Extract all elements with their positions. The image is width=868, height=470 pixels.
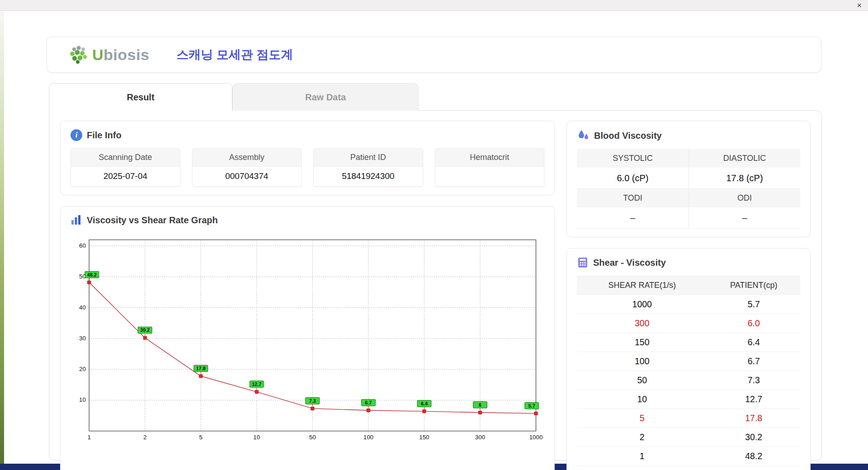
field-label: Scanning Date	[71, 149, 180, 167]
svg-text:7.3: 7.3	[309, 398, 316, 404]
field-value: 000704374	[193, 167, 302, 186]
patient-cell: 5.7	[707, 295, 800, 314]
file-info-title-text: File Info	[87, 130, 122, 141]
svg-text:10: 10	[79, 397, 86, 404]
shear-rate-cell: 2	[577, 428, 707, 447]
window-close-button[interactable]: ×	[857, 0, 862, 10]
viscosity-vs-shear-rate-chart: 1020304050601251050100150300100048.230.2…	[71, 233, 544, 444]
shear-table-header: PATIENT(cp)	[707, 276, 800, 295]
shear-rate-cell: 300	[577, 314, 707, 333]
desktop-edge-strip	[0, 11, 4, 464]
svg-text:60: 60	[79, 242, 86, 249]
blood-viscosity-grid: SYSTOLICDIASTOLIC6.0 (cP)17.8 (cP)TODIOD…	[577, 149, 800, 229]
shear-rate-cell: 1	[577, 447, 707, 466]
info-icon: i	[71, 129, 82, 141]
svg-text:30.2: 30.2	[140, 328, 150, 333]
logo-grape-icon	[69, 46, 90, 64]
svg-text:40: 40	[79, 304, 86, 311]
shear-table-row: 517.8	[577, 409, 800, 428]
shear-rate-cell: 50	[577, 371, 707, 390]
svg-text:48.2: 48.2	[87, 272, 97, 277]
svg-text:10: 10	[253, 434, 260, 441]
bv-value-odi: –	[689, 207, 800, 229]
shear-viscosity-card: Shear - Viscosity SHEAR RATE(1/s)PATIENT…	[566, 248, 811, 470]
svg-text:1: 1	[87, 434, 90, 441]
bv-value-systolic: 6.0 (cP)	[577, 168, 689, 189]
svg-text:300: 300	[475, 434, 485, 441]
tab-result[interactable]: Result	[49, 83, 232, 111]
shear-table-row: 1012.7	[577, 390, 800, 409]
svg-text:100: 100	[363, 434, 373, 441]
field-value: 51841924300	[314, 167, 423, 186]
viscosity-chart-container: 1020304050601251050100150300100048.230.2…	[71, 233, 544, 444]
patient-cell: 6.0	[707, 314, 800, 333]
field-value: 2025-07-04	[71, 167, 180, 186]
blood-viscosity-title: Blood Viscosity	[577, 129, 800, 142]
patient-cell: 6.4	[707, 333, 800, 352]
bar-chart-icon	[71, 215, 82, 226]
shear-table-row: 3006.0	[577, 314, 800, 333]
file-info-field-patient-id: Patient ID51841924300	[313, 148, 423, 187]
field-label: Assembly	[193, 149, 302, 167]
svg-text:12.7: 12.7	[252, 381, 261, 387]
field-label: Hematocrit	[435, 149, 544, 167]
bv-value-diastolic: 17.8 (cP)	[689, 168, 800, 189]
patient-cell: 12.7	[707, 390, 800, 409]
app-window: Ubiosis 스캐닝 모세관 점도계 Result Raw Data i Fi…	[4, 11, 868, 464]
patient-cell: 48.2	[707, 447, 800, 466]
svg-text:6: 6	[479, 402, 481, 408]
svg-text:30: 30	[79, 335, 86, 342]
shear-table-row: 1006.7	[577, 352, 800, 371]
patient-cell: 17.8	[707, 409, 800, 428]
logo-text: Ubiosis	[92, 46, 149, 64]
svg-text:50: 50	[309, 434, 316, 441]
bv-label-todi: TODI	[577, 189, 689, 207]
bv-label-odi: ODI	[689, 189, 800, 207]
shear-table-row: 230.2	[577, 428, 800, 447]
ubiosis-logo: Ubiosis	[69, 46, 149, 64]
bv-label-diastolic: DIASTOLIC	[689, 149, 800, 168]
field-value	[435, 167, 544, 186]
field-label: Patient ID	[314, 149, 423, 167]
svg-text:150: 150	[419, 434, 429, 441]
file-info-field-hematocrit: Hematocrit	[435, 148, 545, 187]
file-info-title: i File Info	[71, 129, 544, 141]
tab-raw-data[interactable]: Raw Data	[232, 83, 419, 111]
graph-title-text: Viscosity vs Shear Rate Graph	[87, 215, 218, 226]
svg-text:5: 5	[199, 434, 202, 441]
blood-viscosity-card: Blood Viscosity SYSTOLICDIASTOLIC6.0 (cP…	[566, 121, 811, 237]
graph-title: Viscosity vs Shear Rate Graph	[71, 215, 544, 226]
page-title: 스캐닝 모세관 점도계	[176, 47, 293, 63]
app-header: Ubiosis 스캐닝 모세관 점도계	[47, 37, 821, 73]
shear-viscosity-table: SHEAR RATE(1/s)PATIENT(cp)10005.73006.01…	[577, 276, 800, 466]
svg-text:1000: 1000	[529, 434, 543, 441]
calculator-icon	[577, 257, 589, 268]
svg-text:2: 2	[143, 434, 146, 441]
file-info-fields: Scanning Date2025-07-04Assembly000704374…	[71, 148, 544, 187]
file-info-card: i File Info Scanning Date2025-07-04Assem…	[60, 121, 555, 195]
file-info-field-scanning-date: Scanning Date2025-07-04	[71, 148, 180, 187]
blood-viscosity-title-text: Blood Viscosity	[594, 131, 662, 141]
shear-rate-cell: 150	[577, 333, 707, 352]
shear-viscosity-title-text: Shear - Viscosity	[593, 258, 666, 268]
window-titlebar: ×	[0, 0, 868, 11]
result-panel: i File Info Scanning Date2025-07-04Assem…	[49, 110, 822, 461]
svg-text:17.8: 17.8	[196, 366, 206, 371]
shear-viscosity-title: Shear - Viscosity	[577, 257, 800, 268]
bv-label-systolic: SYSTOLIC	[577, 149, 689, 168]
bv-value-todi: –	[577, 207, 689, 229]
shear-rate-cell: 10	[577, 390, 707, 409]
patient-cell: 30.2	[707, 428, 800, 447]
shear-rate-cell: 100	[577, 352, 707, 371]
tab-bar: Result Raw Data	[49, 83, 419, 111]
file-info-field-assembly: Assembly000704374	[192, 148, 302, 187]
shear-table-row: 1506.4	[577, 333, 800, 352]
svg-text:5.7: 5.7	[528, 403, 535, 409]
patient-cell: 7.3	[707, 371, 800, 390]
viscosity-graph-card: Viscosity vs Shear Rate Graph 1020304050…	[60, 206, 555, 470]
shear-table-row: 10005.7	[577, 295, 800, 314]
shear-rate-cell: 1000	[577, 295, 707, 314]
droplet-icon	[577, 129, 590, 142]
shear-table-header: SHEAR RATE(1/s)	[577, 276, 707, 295]
shear-table-row: 148.2	[577, 447, 800, 466]
